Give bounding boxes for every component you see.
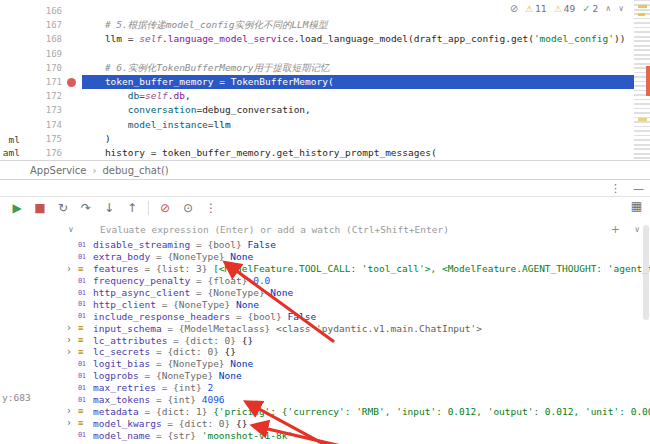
line-number[interactable]: 168 [0,32,62,46]
line-number[interactable]: 169 [0,47,62,61]
line-number[interactable]: 170 [0,61,62,75]
variable-name: model_kwargs [93,418,162,429]
breadcrumb-class[interactable]: AppService [30,165,87,176]
expand-chevron-icon[interactable]: › [66,347,78,357]
line-number[interactable]: 173 [0,103,62,117]
primitive-variable-icon: 01 [78,289,93,297]
gutter-slot[interactable] [62,47,82,61]
variable-text: max_tokens = {int} 4096 [93,394,225,405]
variable-row[interactable]: 01extra_body = {NoneType} None [0,251,650,263]
panel-hide-icon[interactable]: — [633,182,644,195]
variable-row[interactable]: 01logprobs = {NoneType} None [0,370,650,382]
gutter-slot[interactable] [62,118,82,132]
expand-chevron-icon[interactable]: › [66,323,78,333]
variable-row[interactable]: 01logit_bias = {NoneType} None [0,358,650,370]
chevron-down-icon[interactable]: ∨ [634,225,640,234]
code-text: history = token_buffer_memory.get_histor… [82,146,634,160]
layout-settings-icon[interactable]: ▦ [631,199,642,213]
step-over-button[interactable]: ↷ [79,201,93,215]
stop-button[interactable]: ■ [33,201,47,215]
variable-value: None [219,370,242,381]
gutter-slot[interactable] [62,18,82,32]
line-number[interactable]: 172 [0,89,62,103]
variable-row[interactable]: ›≡lc_secrets = {dict: 0} {} [0,346,650,358]
composite-variable-icon: ≡ [78,418,93,428]
mute-breakpoints-button[interactable]: ⊘ [158,201,172,215]
debug-panel-header: ⋮ — [0,179,650,197]
scrollbar[interactable] [643,225,649,320]
variable-row[interactable]: ›≡metadata = {dict: 1} {'pricing': {'cur… [0,405,650,417]
gutter-slot[interactable] [62,89,82,103]
weak-warnings-count[interactable]: ⚠49 [554,4,576,14]
variable-row[interactable]: ›≡lc_attributes = {dict: 0} {} [0,334,650,346]
stripe-warning-mark[interactable] [638,118,647,121]
composite-variable-icon: ≡ [78,335,93,345]
variable-row[interactable]: 01max_retries = {int} 2 [0,382,650,394]
gutter-slot[interactable] [62,61,82,75]
variable-row[interactable]: ›≡model_kwargs = {dict: 0} {} [0,417,650,429]
expand-chevron-icon[interactable]: › [66,264,78,274]
code-line: 167 # 5.根据传递model_config实例化不同的LLM模型 [0,18,634,32]
highlighting-level-icon[interactable]: ⊘ [510,3,518,14]
line-number[interactable]: 167 [0,18,62,32]
line-number[interactable]: 166 [0,4,62,18]
code-lines: 166167 # 5.根据传递model_config实例化不同的LLM模型16… [0,4,634,160]
gutter-slot[interactable] [62,132,82,146]
variable-row[interactable]: 01max_tokens = {int} 4096 [0,394,650,406]
gutter-slot[interactable] [62,4,82,18]
prev-problem-icon[interactable]: ∧ [605,4,611,13]
variable-text: logit_bias = {NoneType} None [93,358,253,369]
composite-variable-icon: ≡ [78,406,93,416]
panel-more-icon[interactable]: ⋮ [610,182,621,195]
stripe-breakpoint-mark[interactable] [646,66,650,96]
equals-sign: = [156,382,173,393]
more-button[interactable]: ⋮ [204,201,218,215]
variable-type: {NoneType} [167,358,230,369]
line-number[interactable]: 171 [0,75,62,89]
line-number[interactable]: 175 [0,132,62,146]
expand-chevron-icon[interactable]: › [66,406,78,416]
chevron-down-icon[interactable]: ∨ [68,225,74,234]
evaluate-expression-input[interactable]: Evaluate expression (Enter) or add a wat… [100,224,449,235]
code-editor[interactable]: ml aml 166167 # 5.根据传递model_config实例化不同的… [0,0,650,160]
evaluate-expression-row[interactable]: ∨ Evaluate expression (Enter) or add a w… [0,219,650,239]
variable-row[interactable]: ›≡input_schema = {ModelMetaclass} <class… [0,322,650,334]
line-number[interactable]: 176 [0,146,62,160]
stripe-warning-mark[interactable] [638,5,647,8]
variable-value: None [230,358,253,369]
view-breakpoints-button[interactable]: ⊙ [181,201,195,215]
warnings-count[interactable]: ⚠11 [525,4,547,14]
expand-chevron-icon[interactable]: › [66,335,78,345]
variable-row[interactable]: ›≡features = {list: 3} [<ModelFeature.TO… [0,263,650,275]
variable-row[interactable]: 01http_client = {NoneType} None [0,298,650,310]
expand-chevron-icon[interactable]: › [66,418,78,428]
code-line: 168 llm = self.language_model_service.lo… [0,32,634,46]
rerun-button[interactable]: ↻ [56,201,70,215]
breadcrumb-method[interactable]: debug_chat() [103,165,169,176]
gutter-slot[interactable] [62,32,82,46]
resume-button[interactable]: ▶ [10,201,24,215]
variable-type: {NoneType} [207,287,270,298]
variable-row[interactable]: 01http_async_client = {NoneType} None [0,287,650,299]
variable-row[interactable]: 01include_response_headers = {bool} Fals… [0,310,650,322]
code-text: ) [82,132,634,146]
primitive-variable-icon: 01 [78,241,93,249]
variable-row[interactable]: 01disable_streaming = {bool} False [0,239,650,251]
gutter-slot[interactable] [62,103,82,117]
step-into-button[interactable]: ↓ [102,201,116,215]
code-text: # 6.实例化TokenBufferMemory用于提取短期记忆 [82,61,634,75]
editor-minimap[interactable] [634,0,650,160]
step-out-button[interactable]: ↑ [125,201,139,215]
line-number[interactable]: 174 [0,118,62,132]
gutter-slot[interactable] [62,146,82,160]
next-problem-icon[interactable]: ∨ [618,4,624,13]
variable-row[interactable]: 01frequency_penalty = {float} 0.0 [0,275,650,287]
breakpoint-icon[interactable] [62,75,82,89]
passed-count[interactable]: ✓2 [582,3,598,14]
variable-name: extra_body [93,251,150,262]
variable-text: input_schema = {ModelMetaclass} <class '… [93,323,482,334]
add-watch-icon[interactable]: + [611,223,620,236]
composite-variable-icon: ≡ [78,264,93,274]
stripe-warning-mark[interactable] [638,13,645,16]
variable-row[interactable]: 01model_name = {str} 'moonshot-v1-8k' [0,429,650,441]
